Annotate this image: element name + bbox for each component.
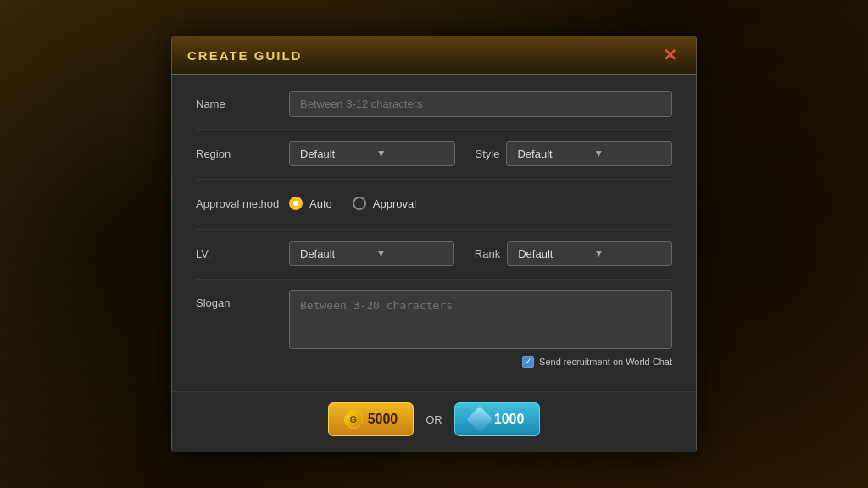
style-label: Style (476, 147, 500, 160)
gold-coin-icon: G (344, 410, 363, 429)
lv-rank-row: LV. Default ▼ Rank Default ▼ (196, 236, 672, 270)
lv-label: LV. (196, 247, 289, 260)
lv-chevron-icon: ▼ (376, 247, 444, 259)
recruitment-checkbox[interactable]: ✓ (522, 356, 534, 368)
style-chevron-icon: ▼ (593, 147, 663, 159)
approval-method-options: Auto Approval (289, 197, 672, 210)
rank-value: Default (518, 247, 587, 260)
radio-approval-circle (353, 197, 366, 210)
create-guild-modal: CREATE GUILD ✕ Name Region Default ▼ Sty… (171, 36, 697, 452)
region-select[interactable]: Default ▼ (289, 141, 455, 166)
radio-auto-inner (293, 201, 298, 206)
slogan-label: Slogan (196, 290, 289, 309)
recruitment-label: Send recruitment on World Chat (539, 357, 672, 367)
radio-approval-label: Approval (373, 197, 416, 210)
approval-method-row: Approval method Auto Approval (196, 186, 672, 220)
style-value: Default (517, 147, 587, 160)
slogan-input[interactable] (289, 290, 672, 349)
gold-cost-button[interactable]: G 5000 (328, 402, 415, 436)
modal-title: CREATE GUILD (187, 48, 302, 63)
region-style-row: Region Default ▼ Style Default ▼ (196, 136, 672, 170)
rank-select[interactable]: Default ▼ (507, 241, 672, 266)
rank-chevron-icon: ▼ (594, 247, 663, 259)
close-button[interactable]: ✕ (659, 47, 681, 64)
diamond-icon-wrapper (470, 410, 489, 429)
slogan-row: Slogan ✓ Send recruitment on World Chat (196, 286, 672, 368)
coin-letter: G (349, 414, 357, 424)
region-chevron-icon: ▼ (376, 147, 446, 159)
style-select[interactable]: Default ▼ (506, 141, 672, 166)
divider-2 (196, 179, 672, 180)
modal-header: CREATE GUILD ✕ (172, 36, 696, 75)
lv-rank-group: Default ▼ Rank Default ▼ (289, 241, 672, 266)
modal-body: Name Region Default ▼ Style Default ▼ (172, 75, 696, 391)
modal-footer: G 5000 OR 1000 (172, 391, 696, 452)
name-label: Name (196, 97, 289, 110)
radio-auto-circle (289, 197, 303, 210)
name-row: Name (196, 86, 672, 120)
name-input-wrapper (289, 91, 672, 117)
divider-4 (196, 279, 672, 280)
approval-method-label: Approval method (196, 197, 289, 210)
radio-approval[interactable]: Approval (353, 197, 416, 210)
divider-1 (196, 129, 672, 130)
lv-select[interactable]: Default ▼ (289, 241, 454, 266)
radio-auto[interactable]: Auto (289, 197, 332, 210)
slogan-input-wrapper: ✓ Send recruitment on World Chat (289, 290, 672, 368)
lv-value: Default (300, 247, 369, 260)
name-input[interactable] (289, 91, 672, 117)
diamond-icon (466, 406, 492, 432)
or-separator: OR (426, 413, 442, 426)
rank-label: Rank (475, 247, 500, 260)
recruitment-checkbox-row: ✓ Send recruitment on World Chat (289, 356, 672, 368)
region-label: Region (196, 147, 289, 160)
checkmark-icon: ✓ (525, 358, 531, 366)
divider-3 (196, 229, 672, 230)
gold-amount: 5000 (368, 412, 398, 427)
radio-auto-label: Auto (309, 197, 332, 210)
region-style-group: Default ▼ Style Default ▼ (289, 141, 672, 166)
region-value: Default (300, 147, 370, 160)
diamond-amount: 1000 (494, 412, 525, 427)
diamond-cost-button[interactable]: 1000 (454, 402, 541, 436)
